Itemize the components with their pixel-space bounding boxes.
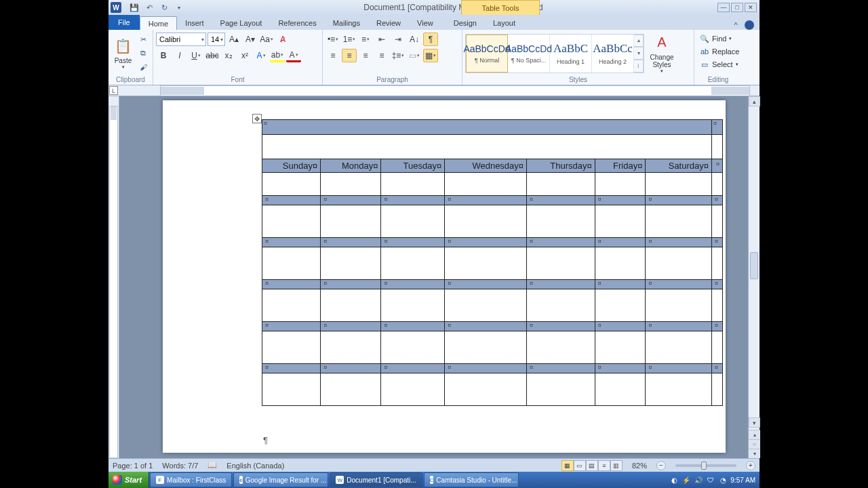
line-spacing-icon[interactable]: ‡≡▾ xyxy=(391,49,406,62)
help-icon[interactable]: ? xyxy=(745,20,754,30)
day-header[interactable]: Friday¤ xyxy=(595,159,646,173)
redo-icon[interactable]: ↻ xyxy=(158,1,170,14)
zoom-slider[interactable] xyxy=(675,464,736,467)
style-heading1[interactable]: AaBbCHeading 1 xyxy=(550,35,592,73)
scroll-down-icon[interactable]: ▾ xyxy=(749,418,760,428)
multilevel-list-icon[interactable]: ≡▾ xyxy=(358,33,373,46)
design-tab[interactable]: Design xyxy=(446,16,485,30)
subscript-button[interactable]: x₂ xyxy=(221,49,236,62)
italic-button[interactable]: I xyxy=(172,49,187,62)
zoom-in-button[interactable]: + xyxy=(746,461,755,470)
increase-indent-icon[interactable]: ⇥ xyxy=(391,33,406,46)
document-page[interactable]: ✥ ¤¤ Sunday¤ Monday¤ Tuesday¤ Wednesday¤… xyxy=(163,100,726,453)
file-tab[interactable]: File xyxy=(108,15,140,30)
maximize-button[interactable]: □ xyxy=(731,3,743,12)
draft-view-icon[interactable]: ▥ xyxy=(610,460,623,471)
taskbar-item[interactable]: eGoogle Image Result for ... xyxy=(233,472,328,487)
table-move-handle-icon[interactable]: ✥ xyxy=(252,114,262,123)
qat-customize-icon[interactable]: ▾ xyxy=(173,1,185,14)
cut-icon[interactable]: ✂ xyxy=(136,34,150,46)
tray-icon[interactable]: ◐ xyxy=(669,475,679,485)
replace-button[interactable]: abReplace xyxy=(697,45,742,58)
tray-icon[interactable]: 🔊 xyxy=(694,475,703,485)
insert-tab[interactable]: Insert xyxy=(177,16,212,30)
mailings-tab[interactable]: Mailings xyxy=(325,16,368,30)
horizontal-ruler[interactable]: L xyxy=(108,85,760,96)
justify-icon[interactable]: ≡ xyxy=(374,49,389,62)
start-button[interactable]: Start xyxy=(108,472,149,488)
print-layout-view-icon[interactable]: ▦ xyxy=(561,460,574,471)
outline-view-icon[interactable]: ≡ xyxy=(598,460,610,471)
numbering-icon[interactable]: 1≡▾ xyxy=(342,33,357,46)
vertical-scrollbar[interactable]: ▴ ▾ ▴ ○ ▾ xyxy=(748,96,760,458)
font-name-combo[interactable]: Calibri xyxy=(156,33,206,46)
tab-selector-icon[interactable]: L xyxy=(109,86,118,95)
bold-button[interactable]: B xyxy=(156,49,171,62)
styles-scroll-up-icon[interactable]: ▴ xyxy=(634,35,644,47)
vertical-ruler[interactable] xyxy=(108,96,119,458)
minimize-ribbon-icon[interactable]: ^ xyxy=(731,20,741,30)
web-layout-view-icon[interactable]: ▤ xyxy=(586,460,598,471)
copy-icon[interactable]: ⧉ xyxy=(136,47,150,60)
superscript-button[interactable]: x² xyxy=(237,49,252,62)
tray-icon[interactable]: ◔ xyxy=(718,475,728,485)
change-styles-button[interactable]: A Change Styles ▾ xyxy=(646,32,678,75)
shading-icon[interactable]: ▭▾ xyxy=(407,49,422,62)
shrink-font-icon[interactable]: A▾ xyxy=(243,33,258,46)
language-status[interactable]: English (Canada) xyxy=(226,462,284,470)
find-button[interactable]: 🔍Find▾ xyxy=(697,33,734,45)
zoom-level[interactable]: 82% xyxy=(632,462,647,470)
align-right-icon[interactable]: ≡ xyxy=(358,49,373,62)
day-header[interactable]: Tuesday¤ xyxy=(381,159,445,173)
page-status[interactable]: Page: 1 of 1 xyxy=(113,462,153,470)
scroll-up-icon[interactable]: ▴ xyxy=(749,96,760,106)
layout-tab[interactable]: Layout xyxy=(485,16,524,30)
save-icon[interactable]: 💾 xyxy=(128,1,140,14)
day-header[interactable]: Sunday¤ xyxy=(262,159,321,173)
view-tab[interactable]: View xyxy=(409,16,441,30)
grow-font-icon[interactable]: A▴ xyxy=(226,33,241,46)
fullscreen-reading-view-icon[interactable]: ▭ xyxy=(574,460,586,471)
minimize-button[interactable]: — xyxy=(717,3,730,12)
select-button[interactable]: ▭Select▾ xyxy=(697,58,741,70)
taskbar-item[interactable]: WDocument1 [Compati... xyxy=(330,472,422,487)
taskbar-item[interactable]: FMailbox : FirstClass xyxy=(150,472,232,487)
font-color-icon[interactable]: A▾ xyxy=(286,49,301,62)
scroll-thumb[interactable] xyxy=(750,252,758,279)
styles-scroll-down-icon[interactable]: ▾ xyxy=(634,47,644,60)
paste-button[interactable]: 📋 Paste ▾ xyxy=(111,32,135,75)
next-page-icon[interactable]: ▾ xyxy=(749,449,760,458)
strikethrough-button[interactable]: abc xyxy=(205,49,220,62)
tray-icon[interactable]: ⚡ xyxy=(682,475,691,485)
home-tab[interactable]: Home xyxy=(140,16,177,30)
styles-gallery[interactable]: AaBbCcDd¶ Normal AaBbCcDd¶ No Spaci... A… xyxy=(465,34,644,73)
day-header[interactable]: Wednesday¤ xyxy=(445,159,527,173)
borders-icon[interactable]: ▦▾ xyxy=(423,49,438,62)
style-heading2[interactable]: AaBbCcHeading 2 xyxy=(592,35,634,73)
styles-more-icon[interactable]: ⁞ xyxy=(634,60,644,73)
format-painter-icon[interactable]: 🖌 xyxy=(136,61,150,73)
page-layout-tab[interactable]: Page Layout xyxy=(212,16,271,30)
references-tab[interactable]: References xyxy=(270,16,324,30)
page-viewport[interactable]: ✥ ¤¤ Sunday¤ Monday¤ Tuesday¤ Wednesday¤… xyxy=(119,96,748,458)
bullets-icon[interactable]: •≡▾ xyxy=(326,33,340,46)
day-header[interactable]: Thursday¤ xyxy=(527,159,595,173)
font-size-combo[interactable]: 14 xyxy=(208,33,225,46)
clear-formatting-icon[interactable]: A̷ xyxy=(275,33,290,46)
align-left-icon[interactable]: ≡ xyxy=(326,49,340,62)
text-effects-icon[interactable]: A▾ xyxy=(254,49,269,62)
decrease-indent-icon[interactable]: ⇤ xyxy=(374,33,389,46)
close-button[interactable]: ✕ xyxy=(745,3,757,12)
day-header[interactable]: Monday¤ xyxy=(321,159,381,173)
day-header[interactable]: Saturday¤ xyxy=(646,159,712,173)
change-case-icon[interactable]: Aa▾ xyxy=(259,33,274,46)
tray-icon[interactable]: 🛡 xyxy=(706,475,715,485)
zoom-out-button[interactable]: − xyxy=(656,461,666,470)
style-normal[interactable]: AaBbCcDd¶ Normal xyxy=(466,35,508,73)
review-tab[interactable]: Review xyxy=(368,16,409,30)
browse-object-icon[interactable]: ○ xyxy=(749,439,760,449)
previous-page-icon[interactable]: ▴ xyxy=(749,430,760,439)
undo-icon[interactable]: ↶ xyxy=(143,1,155,14)
show-hide-paragraph-icon[interactable]: ¶ xyxy=(423,33,438,46)
sort-icon[interactable]: A↓ xyxy=(407,33,422,46)
